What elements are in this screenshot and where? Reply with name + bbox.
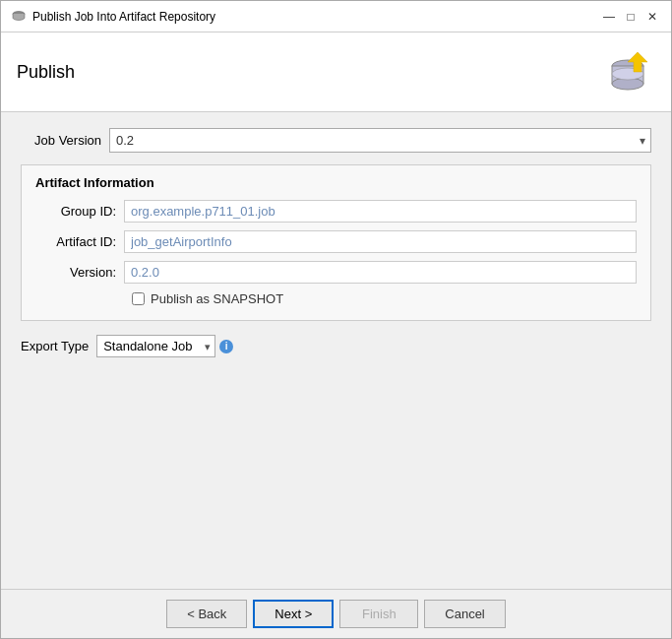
finish-button[interactable]: Finish	[339, 600, 418, 628]
close-button[interactable]: ✕	[643, 8, 661, 26]
group-id-input[interactable]	[124, 200, 637, 223]
dialog-title: Publish Job Into Artifact Repository	[32, 10, 215, 24]
version-label: Version:	[35, 265, 124, 280]
group-id-label: Group ID:	[35, 204, 124, 219]
artifact-id-label: Artifact ID:	[35, 234, 124, 249]
snapshot-checkbox[interactable]	[132, 292, 145, 305]
export-select-wrapper: Standalone Job Full Export	[96, 335, 215, 357]
snapshot-label[interactable]: Publish as SNAPSHOT	[151, 291, 283, 306]
artifact-id-row: Artifact ID:	[35, 230, 637, 253]
snapshot-row: Publish as SNAPSHOT	[132, 291, 637, 306]
footer: < Back Next > Finish Cancel	[1, 589, 671, 638]
back-button[interactable]: < Back	[166, 600, 247, 628]
publish-dialog: Publish Job Into Artifact Repository — □…	[0, 0, 672, 639]
group-id-row: Group ID:	[35, 200, 637, 223]
title-bar-left: Publish Job Into Artifact Repository	[11, 9, 215, 25]
header-icon	[600, 44, 655, 99]
export-type-row: Export Type Standalone Job Full Export i	[21, 335, 651, 357]
publish-icon	[600, 44, 655, 99]
minimize-button[interactable]: —	[600, 8, 618, 26]
cancel-button[interactable]: Cancel	[424, 600, 505, 628]
export-type-label: Export Type	[21, 339, 89, 353]
title-bar-controls: — □ ✕	[600, 8, 661, 26]
next-button[interactable]: Next >	[253, 600, 334, 628]
artifact-group-title: Artifact Information	[35, 175, 637, 190]
header-section: Publish	[1, 32, 671, 112]
job-version-label: Job Version	[21, 133, 109, 148]
title-bar: Publish Job Into Artifact Repository — □…	[1, 1, 671, 32]
artifact-id-input[interactable]	[124, 230, 637, 253]
maximize-button[interactable]: □	[622, 8, 640, 26]
export-info-icon[interactable]: i	[219, 340, 233, 353]
artifact-information-group: Artifact Information Group ID: Artifact …	[21, 164, 651, 321]
export-type-select[interactable]: Standalone Job Full Export	[96, 335, 215, 357]
version-row: Version:	[35, 261, 637, 284]
dialog-icon	[11, 9, 27, 25]
version-input[interactable]	[124, 261, 637, 284]
job-version-select[interactable]: 0.2 0.1 0.3	[109, 128, 651, 153]
job-version-row: Job Version 0.2 0.1 0.3	[21, 128, 651, 153]
header-title: Publish	[17, 62, 75, 83]
job-version-select-wrapper: 0.2 0.1 0.3	[109, 128, 651, 153]
content-area: Job Version 0.2 0.1 0.3 Artifact Informa…	[1, 112, 671, 589]
